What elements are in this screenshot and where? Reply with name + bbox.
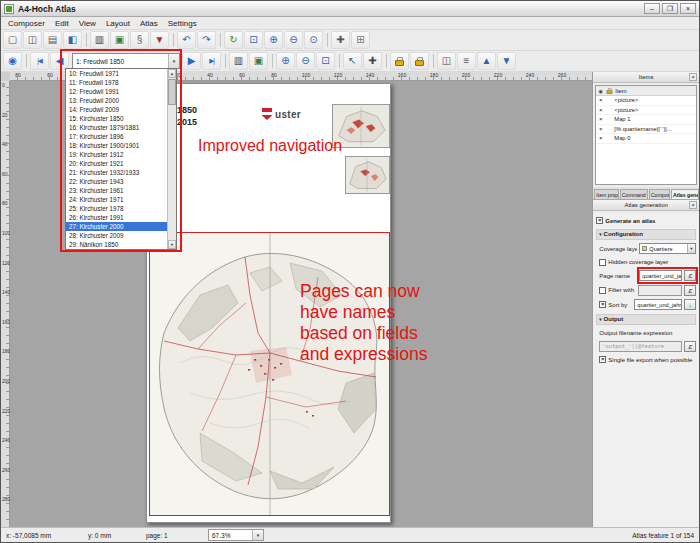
zoom-in-button[interactable]: ⊕ — [264, 31, 283, 49]
first-feature-button[interactable]: |◀ — [30, 52, 49, 70]
scroll-up-icon[interactable]: ▴ — [168, 69, 176, 78]
atlas-page-option[interactable]: 25: Kirchuster 1978 — [66, 204, 176, 213]
atlas-page-option[interactable]: 23: Kirchuster 1961 — [66, 186, 176, 195]
configuration-group-header[interactable]: ▾ Configuration — [596, 229, 696, 240]
menu-layout[interactable]: Layout — [101, 18, 135, 29]
export-atlas-button[interactable]: ▣ — [249, 52, 268, 70]
maximize-button[interactable]: ❐ — [662, 3, 678, 14]
menu-edit[interactable]: Edit — [50, 18, 74, 29]
grid-button[interactable]: ⊞ — [351, 31, 370, 49]
items-row[interactable]: ×Map 0 — [596, 134, 696, 144]
item-visibility-checkbox[interactable]: × — [596, 134, 605, 142]
atlas-page-option[interactable]: 18: Kirchuster 1900/1901 — [66, 141, 176, 150]
duplicate-composition-button[interactable]: ◫ — [23, 31, 42, 49]
menu-settings[interactable]: Settings — [163, 18, 202, 29]
export-pdf-button[interactable]: ▼ — [150, 31, 169, 49]
items-row[interactable]: ×<picture> — [596, 96, 696, 106]
atlas-page-option[interactable]: 22: Kirchuster 1943 — [66, 177, 176, 186]
zoom-actual-button[interactable]: ⊙ — [304, 31, 323, 49]
sort-by-combo[interactable]: quartier_und_jahr ▾ — [634, 299, 682, 310]
unlock-items-button[interactable] — [410, 52, 429, 70]
hidden-coverage-checkbox[interactable] — [599, 259, 606, 266]
atlas-page-option[interactable]: 20: Kirchuster 1921 — [66, 159, 176, 168]
composition-manager-button[interactable]: ▤ — [43, 31, 62, 49]
page-name-combo[interactable]: quartier_und_jahr ▾ — [639, 270, 682, 281]
generate-atlas-checkbox[interactable]: × — [596, 217, 603, 224]
item-visibility-checkbox[interactable]: × — [596, 106, 605, 114]
atlas-page-option[interactable]: 14: Freudwil 2009 — [66, 105, 176, 114]
atlas-page-option[interactable]: 27: Kirchuster 2000 — [66, 222, 176, 231]
atlas-page-option[interactable]: 24: Kirchuster 1971 — [66, 195, 176, 204]
tab-command-history[interactable]: Command history — [620, 189, 648, 199]
map-zoom-full-button[interactable]: ⊡ — [316, 52, 335, 70]
sort-direction-button[interactable]: ↓ — [684, 299, 696, 310]
select-move-item-button[interactable]: ↖ — [343, 52, 362, 70]
refresh-view-button[interactable]: ↻ — [224, 31, 243, 49]
item-visibility-checkbox[interactable]: × — [596, 115, 605, 123]
items-row[interactable]: ×Map 1 — [596, 115, 696, 125]
tab-composition[interactable]: Composition — [649, 189, 670, 199]
filter-expression-button[interactable]: ε — [684, 285, 696, 296]
last-feature-button[interactable]: ▶| — [202, 52, 221, 70]
chevron-down-icon[interactable]: ▾ — [168, 54, 179, 68]
atlas-page-option[interactable]: 10: Freudwil 1971 — [66, 69, 176, 78]
new-composition-button[interactable]: ▢ — [3, 31, 22, 49]
atlas-page-option[interactable]: 21: Kirchuster 1932/1933 — [66, 168, 176, 177]
coverage-layer-combo[interactable]: Quartiere ▾ — [639, 243, 696, 254]
redo-button[interactable]: ↷ — [197, 31, 216, 49]
tab-atlas-generation[interactable]: Atlas generation — [671, 189, 699, 199]
lock-items-button[interactable] — [390, 52, 409, 70]
pan-button[interactable]: ✚ — [331, 31, 350, 49]
overview-map-thumbnail-2[interactable] — [345, 156, 390, 194]
zoom-full-button[interactable]: ⊡ — [244, 31, 263, 49]
atlas-page-option[interactable]: 13: Freudwil 2000 — [66, 96, 176, 105]
output-filename-field[interactable]: 'output_'||@feature — [599, 341, 682, 352]
map-zoom-out-button[interactable]: ⊖ — [296, 52, 315, 70]
filter-with-checkbox[interactable] — [599, 287, 606, 294]
output-group-header[interactable]: ▾ Output — [596, 314, 696, 325]
atlas-page-option[interactable]: 29: Nänikon 1850 — [66, 240, 176, 249]
print-atlas-button[interactable]: ▥ — [229, 52, 248, 70]
close-icon[interactable]: × — [689, 73, 697, 81]
item-visibility-checkbox[interactable]: × — [596, 125, 605, 133]
menu-composer[interactable]: Composer — [3, 18, 50, 29]
atlas-page-option[interactable]: 12: Freudwil 1991 — [66, 87, 176, 96]
menu-atlas[interactable]: Atlas — [135, 18, 163, 29]
items-row[interactable]: ×[% quartiername||' '||... — [596, 125, 696, 135]
undo-button[interactable]: ↶ — [177, 31, 196, 49]
atlas-page-option[interactable]: 28: Kirchuster 2009 — [66, 231, 176, 240]
atlas-page-option[interactable]: 19: Kirchuster 1912 — [66, 150, 176, 159]
map-zoom-in-button[interactable]: ⊕ — [276, 52, 295, 70]
menu-view[interactable]: View — [74, 18, 101, 29]
zoom-level-combo[interactable]: 67.3% ▾ — [208, 529, 264, 541]
output-filename-expression-button[interactable]: ε — [684, 341, 696, 352]
save-project-button[interactable]: ◧ — [63, 31, 82, 49]
lower-items-button[interactable]: ▼ — [497, 52, 516, 70]
export-svg-button[interactable]: § — [130, 31, 149, 49]
atlas-page-combo[interactable]: 1: Freudwil 1850 ▾ — [72, 53, 180, 69]
zoom-out-button[interactable]: ⊖ — [284, 31, 303, 49]
close-icon[interactable]: × — [689, 201, 697, 209]
single-file-checkbox[interactable]: × — [599, 356, 606, 363]
align-items-button[interactable]: ≡ — [457, 52, 476, 70]
item-visibility-checkbox[interactable]: × — [596, 96, 605, 104]
print-button[interactable]: ▥ — [90, 31, 109, 49]
filter-expression-field[interactable] — [638, 285, 682, 296]
atlas-page-option[interactable]: 16: Kirchuster 1879/1881 — [66, 123, 176, 132]
atlas-page-option[interactable]: 11: Freudwil 1978 — [66, 78, 176, 87]
atlas-page-option[interactable]: 17: Kirchuster 1896 — [66, 132, 176, 141]
map-item[interactable] — [149, 232, 390, 516]
group-items-button[interactable]: ◫ — [437, 52, 456, 70]
page-name-expression-button[interactable]: ε — [684, 270, 696, 281]
close-button[interactable]: × — [680, 3, 696, 14]
sort-by-checkbox[interactable]: × — [599, 301, 606, 308]
dropdown-scrollbar[interactable]: ▴ ▾ — [167, 69, 176, 249]
atlas-page-option[interactable]: 15: Kirchuster 1850 — [66, 114, 176, 123]
minimize-button[interactable]: – — [644, 3, 660, 14]
items-row[interactable]: ×<picture> — [596, 106, 696, 116]
preview-atlas-button[interactable]: ◉ — [3, 52, 22, 70]
move-content-button[interactable]: ✚ — [363, 52, 382, 70]
next-feature-button[interactable]: ▶ — [182, 52, 201, 70]
tab-item-properties[interactable]: Item properties — [594, 189, 618, 199]
atlas-page-option[interactable]: 26: Kirchuster 1991 — [66, 213, 176, 222]
